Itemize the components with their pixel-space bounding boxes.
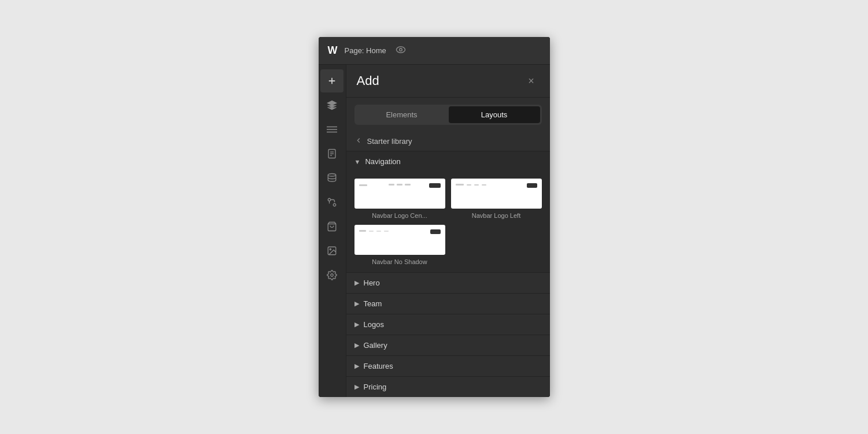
section-team[interactable]: ▶ Team — [346, 293, 550, 314]
svg-point-1 — [400, 48, 402, 51]
layout-card-navbar-left[interactable]: Navbar Logo Left — [451, 179, 542, 219]
sidebar-item-components[interactable] — [320, 94, 343, 117]
sidebar-item-navigator[interactable] — [320, 118, 343, 141]
top-bar: W Page: Home — [319, 37, 550, 65]
logo: W — [328, 44, 338, 57]
sidebar-item-logic[interactable] — [320, 191, 343, 214]
sidebar — [319, 65, 346, 397]
tabs-row: Elements Layouts — [354, 105, 542, 125]
section-title-team: Team — [364, 299, 382, 308]
close-button[interactable]: × — [523, 73, 540, 89]
section-caret-gallery: ▶ — [354, 342, 359, 349]
section-caret-team: ▶ — [354, 300, 359, 307]
svg-point-0 — [396, 46, 405, 53]
svg-point-11 — [328, 174, 336, 177]
tab-layouts[interactable]: Layouts — [449, 106, 540, 123]
app-container: W Page: Home — [319, 37, 550, 397]
section-gallery[interactable]: ▶ Gallery — [346, 335, 550, 355]
section-caret-navigation: ▼ — [354, 158, 361, 165]
section-title-pricing: Pricing — [364, 383, 387, 391]
panel-header: Add × — [346, 65, 550, 98]
sidebar-item-ecommerce[interactable] — [320, 215, 343, 238]
sidebar-item-add[interactable] — [320, 69, 343, 92]
breadcrumb: Starter library — [346, 132, 550, 151]
section-caret-hero: ▶ — [354, 279, 359, 287]
section-logos[interactable]: ▶ Logos — [346, 314, 550, 335]
sidebar-item-cms[interactable] — [320, 166, 343, 190]
sidebar-item-assets[interactable] — [320, 239, 343, 262]
section-caret-pricing: ▶ — [354, 383, 359, 391]
section-features[interactable]: ▶ Features — [346, 355, 550, 376]
layout-card-navbar-center[interactable]: Navbar Logo Cen... — [354, 179, 445, 219]
layout-label-navbar-center: Navbar Logo Cen... — [354, 212, 445, 219]
svg-point-12 — [328, 198, 331, 201]
thumbnail-navbar-left — [451, 179, 542, 209]
svg-point-13 — [333, 203, 336, 206]
layout-label-navbar-left: Navbar Logo Left — [451, 212, 542, 219]
panel-title: Add — [357, 73, 379, 88]
tab-elements[interactable]: Elements — [356, 106, 448, 123]
section-title-hero: Hero — [364, 279, 380, 287]
section-hero[interactable]: ▶ Hero — [346, 272, 550, 293]
layout-card-navbar-no-shadow[interactable]: Navbar No Shadow — [354, 225, 445, 265]
page-label: Page: Home — [345, 46, 386, 55]
preview-icon[interactable] — [396, 44, 406, 57]
section-navigation[interactable]: ▼ Navigation — [346, 151, 550, 172]
section-title-logos: Logos — [364, 320, 384, 329]
layout-label-navbar-no-shadow: Navbar No Shadow — [354, 258, 445, 265]
svg-point-16 — [330, 248, 331, 250]
section-caret-logos: ▶ — [354, 321, 359, 328]
layout-grid-navigation: Navbar Logo Cen... Navbar — [346, 172, 550, 272]
section-caret-features: ▶ — [354, 362, 359, 370]
thumbnail-navbar-center — [354, 179, 445, 209]
section-pricing[interactable]: ▶ Pricing — [346, 376, 550, 397]
section-title-features: Features — [364, 362, 393, 370]
svg-point-17 — [331, 274, 334, 277]
breadcrumb-label[interactable]: Starter library — [367, 137, 412, 146]
section-title-navigation: Navigation — [365, 157, 400, 166]
sidebar-item-pages[interactable] — [320, 142, 343, 165]
thumbnail-navbar-no-shadow — [354, 225, 445, 255]
add-panel: Add × Elements Layouts Starter library — [346, 65, 550, 397]
sidebar-item-settings[interactable] — [320, 264, 343, 287]
breadcrumb-back-icon[interactable] — [354, 136, 363, 146]
panel-content: ▼ Navigation — [346, 151, 550, 397]
main-layout: Add × Elements Layouts Starter library — [319, 65, 550, 397]
section-title-gallery: Gallery — [364, 341, 387, 350]
